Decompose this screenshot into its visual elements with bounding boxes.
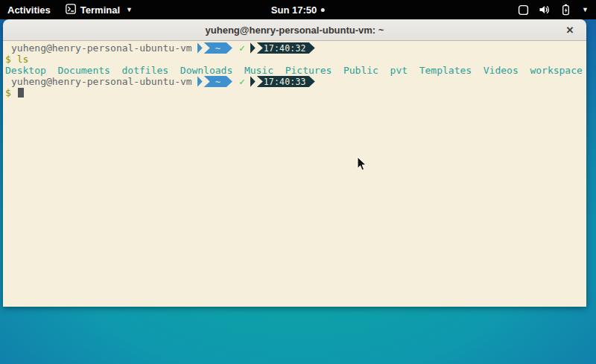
app-menu-label: Terminal bbox=[80, 4, 120, 16]
window-titlebar[interactable]: yuheng@henry-personal-ubuntu-vm: ~ ✕ bbox=[3, 19, 586, 41]
powerline-arrow-icon bbox=[250, 42, 256, 54]
prompt-line: yuheng@henry-personal-ubuntu-vm ~ ✓ 17:4… bbox=[5, 42, 586, 54]
battery-charging-icon bbox=[561, 4, 571, 16]
volume-icon bbox=[539, 4, 551, 16]
window-title: yuheng@henry-personal-ubuntu-vm: ~ bbox=[206, 25, 384, 36]
prompt-host: yuheng@henry-personal-ubuntu-vm bbox=[11, 42, 192, 54]
notification-dot bbox=[321, 8, 325, 12]
prompt-time: 17:40:32 bbox=[257, 42, 315, 54]
top-bar: Activities Terminal ▼ Sun 17:50 bbox=[0, 0, 596, 19]
system-status-menu[interactable]: ▼ bbox=[513, 0, 596, 19]
terminal-content[interactable]: yuheng@henry-personal-ubuntu-vm ~ ✓ 17:4… bbox=[3, 41, 586, 307]
terminal-icon bbox=[66, 4, 76, 16]
powerline-arrow-icon bbox=[250, 76, 256, 87]
powerline-prompt: ~ ✓ 17:40:33 bbox=[197, 76, 315, 87]
command-line: $ ls bbox=[5, 54, 586, 65]
ls-output: Desktop Documents dotfiles Downloads Mus… bbox=[5, 65, 586, 76]
display-icon bbox=[518, 4, 529, 16]
text-cursor bbox=[18, 88, 24, 98]
powerline-arrow-icon bbox=[197, 42, 203, 54]
powerline-arrow-icon bbox=[197, 76, 203, 87]
clock-label: Sun 17:50 bbox=[271, 4, 317, 16]
input-line[interactable]: $ bbox=[5, 87, 586, 98]
command-text: ls bbox=[17, 54, 29, 65]
prompt-symbol: $ bbox=[5, 54, 11, 65]
clock-button[interactable]: Sun 17:50 bbox=[264, 0, 332, 19]
chevron-down-icon: ▼ bbox=[582, 7, 589, 13]
desktop: Activities Terminal ▼ Sun 17:50 bbox=[0, 0, 596, 364]
prompt-symbol: $ bbox=[5, 87, 11, 98]
prompt-path-segment: ~ bbox=[204, 76, 232, 87]
status-check-icon: ✓ bbox=[239, 76, 245, 87]
activities-button[interactable]: Activities bbox=[0, 0, 58, 19]
status-check-icon: ✓ bbox=[239, 42, 245, 54]
prompt-path-segment: ~ bbox=[204, 42, 232, 54]
prompt-host: yuheng@henry-personal-ubuntu-vm bbox=[11, 76, 192, 87]
close-icon[interactable]: ✕ bbox=[561, 19, 579, 40]
prompt-line: yuheng@henry-personal-ubuntu-vm ~ ✓ 17:4… bbox=[5, 76, 586, 87]
powerline-prompt: ~ ✓ 17:40:32 bbox=[197, 42, 315, 54]
prompt-time: 17:40:33 bbox=[257, 76, 315, 87]
chevron-down-icon: ▼ bbox=[126, 7, 133, 13]
app-menu-button[interactable]: Terminal ▼ bbox=[58, 0, 140, 19]
terminal-window: yuheng@henry-personal-ubuntu-vm: ~ ✕ yuh… bbox=[3, 19, 586, 307]
